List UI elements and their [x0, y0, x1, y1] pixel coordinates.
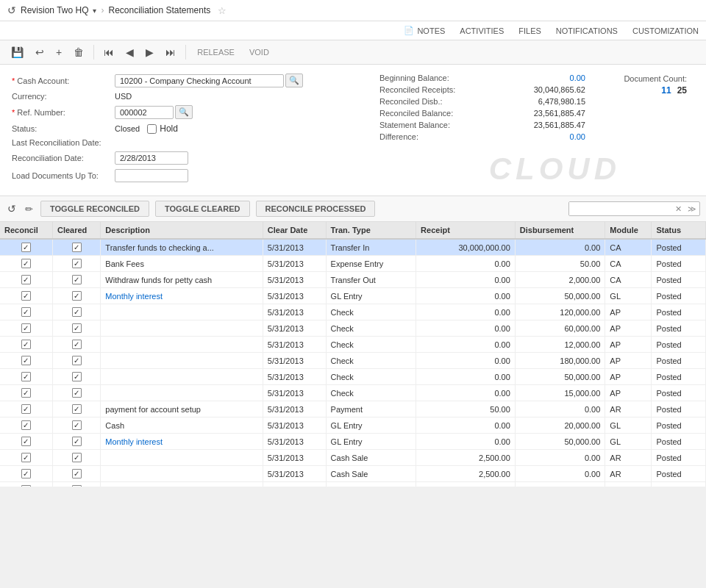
transactions-table: Reconcil Cleared Description Clear Date … — [0, 222, 706, 487]
cell-receipt: 0.00 — [416, 256, 516, 272]
checkbox-cell[interactable]: ✓ — [0, 320, 52, 337]
checkbox-cell[interactable]: ✓ — [0, 272, 52, 288]
load-docs-input[interactable] — [115, 169, 188, 182]
checkbox-cell[interactable]: ✓ — [0, 385, 52, 401]
checkbox-cell[interactable]: ✓ — [0, 466, 52, 482]
checkbox-cell[interactable]: ✓ — [0, 256, 52, 272]
ref-number-input[interactable] — [115, 106, 174, 119]
checkbox-cell[interactable]: ✓ — [52, 256, 100, 272]
table-row[interactable]: ✓✓5/31/2013Check0.0012,000.00APPosted — [0, 337, 706, 353]
col-header-cleardate[interactable]: Clear Date — [263, 222, 326, 239]
last-record-button[interactable]: ⏭ — [160, 43, 181, 61]
dropdown-arrow-icon[interactable]: ▾ — [93, 7, 96, 15]
cell-disbursement: 60,000.00 — [515, 320, 605, 337]
checkbox-cell[interactable]: ✓ — [52, 450, 100, 466]
first-record-button[interactable]: ⏮ — [99, 43, 119, 61]
cell-module: AP — [605, 337, 652, 353]
add-button[interactable]: + — [51, 43, 67, 61]
table-row[interactable]: ✓✓Monthly interest5/31/2013GL Entry0.005… — [0, 288, 706, 304]
tab-files[interactable]: FILES — [518, 24, 541, 37]
checkbox-cell[interactable]: ✓ — [0, 482, 52, 487]
cash-account-input[interactable] — [115, 74, 284, 87]
cell-cleardate: 5/31/2013 — [263, 385, 326, 401]
checkbox-cell[interactable]: ✓ — [52, 482, 100, 487]
table-search-input[interactable] — [569, 202, 672, 215]
hold-checkbox[interactable] — [147, 124, 157, 134]
col-header-cleared[interactable]: Cleared — [52, 222, 100, 239]
toolbar: 💾 ↩ + 🗑 ⏮ ◀ ▶ ⏭ RELEASE VOID — [0, 40, 706, 65]
reconcil-date-input[interactable] — [115, 151, 188, 165]
table-row[interactable]: ✓✓Withdraw funds for petty cash5/31/2013… — [0, 272, 706, 288]
save-button[interactable]: 💾 — [6, 43, 29, 61]
checkbox-cell[interactable]: ✓ — [0, 434, 52, 450]
delete-button[interactable]: 🗑 — [68, 43, 89, 61]
checkbox-cell[interactable]: ✓ — [52, 434, 100, 450]
col-header-reconciled[interactable]: Reconcil — [0, 222, 52, 239]
tab-notifications[interactable]: NOTIFICATIONS — [556, 24, 618, 37]
checkbox-cell[interactable]: ✓ — [0, 239, 52, 256]
checkbox-cell[interactable]: ✓ — [52, 337, 100, 353]
cell-status: Posted — [652, 337, 706, 353]
table-row[interactable]: ✓✓5/31/2013Check0.0060,000.00APPosted — [0, 320, 706, 337]
tab-customization[interactable]: CUSTOMIZATION — [632, 24, 699, 37]
table-row[interactable]: ✓✓Cash5/31/2013GL Entry0.0020,000.00GLPo… — [0, 417, 706, 434]
checkbox-cell[interactable]: ✓ — [52, 239, 100, 256]
ref-number-search-button[interactable]: 🔍 — [175, 105, 193, 119]
checkbox-cell[interactable]: ✓ — [0, 288, 52, 304]
cell-cleardate: 5/31/2013 — [263, 256, 326, 272]
tab-notes[interactable]: 📄 NOTES — [404, 24, 445, 37]
col-header-description[interactable]: Description — [101, 222, 263, 239]
undo-button[interactable]: ↩ — [30, 43, 49, 61]
checkbox-cell[interactable]: ✓ — [0, 304, 52, 320]
checkbox-cell[interactable]: ✓ — [0, 369, 52, 385]
table-row[interactable]: ✓✓Transfer funds to checking a...5/31/20… — [0, 239, 706, 256]
checkbox-cell[interactable]: ✓ — [52, 353, 100, 369]
search-go-icon[interactable]: ≫ — [685, 203, 699, 215]
col-header-receipt[interactable]: Receipt — [416, 222, 516, 239]
toggle-reconciled-button[interactable]: TOGGLE RECONCILED — [40, 201, 149, 217]
reconcile-processed-button[interactable]: RECONCILE PROCESSED — [256, 201, 376, 217]
col-header-status[interactable]: Status — [652, 222, 706, 239]
checkbox-cell[interactable]: ✓ — [52, 288, 100, 304]
checkbox-cell[interactable]: ✓ — [52, 304, 100, 320]
checkbox-cell[interactable]: ✓ — [0, 353, 52, 369]
table-row[interactable]: ✓✓5/31/2013Cash Sale2,500.000.00ARPosted — [0, 450, 706, 466]
toggle-cleared-button[interactable]: TOGGLE CLEARED — [155, 201, 249, 217]
release-button[interactable]: RELEASE — [190, 45, 241, 60]
table-row[interactable]: ✓✓5/31/2013Check0.00120,000.00APPosted — [0, 304, 706, 320]
table-row[interactable]: ✓✓5/31/2013Check0.0015,000.00APPosted — [0, 385, 706, 401]
table-row[interactable]: ✓✓5/31/2013Check0.00180,000.00APPosted — [0, 353, 706, 369]
search-clear-icon[interactable]: ✕ — [672, 203, 685, 215]
col-header-trantype[interactable]: Tran. Type — [326, 222, 416, 239]
checkbox-cell[interactable]: ✓ — [52, 320, 100, 337]
table-row[interactable]: ✓✓payment for account setup5/31/2013Paym… — [0, 401, 706, 417]
col-header-disbursement[interactable]: Disbursement — [515, 222, 605, 239]
void-button[interactable]: VOID — [243, 45, 276, 60]
checkbox-cell[interactable]: ✓ — [0, 337, 52, 353]
checkbox-cell[interactable]: ✓ — [52, 417, 100, 434]
table-row[interactable]: ✓✓5/31/2013Check0.0050,000.00APPosted — [0, 369, 706, 385]
tab-activities[interactable]: ACTIVITIES — [460, 24, 504, 37]
favorite-star-icon[interactable]: ☆ — [218, 5, 227, 16]
prev-record-button[interactable]: ◀ — [121, 43, 139, 61]
checkbox-cell[interactable]: ✓ — [52, 369, 100, 385]
next-record-button[interactable]: ▶ — [140, 43, 159, 61]
checkbox-cell[interactable]: ✓ — [52, 272, 100, 288]
checkbox-cell[interactable]: ✓ — [0, 401, 52, 417]
table-row[interactable]: ✓✓Consumer Good Toy Order5/31/2013Paymen… — [0, 482, 706, 487]
action-edit-icon[interactable]: ✏ — [24, 202, 35, 216]
action-refresh-icon[interactable]: ↺ — [6, 201, 18, 216]
cell-module: AR — [605, 450, 652, 466]
checkbox-cell[interactable]: ✓ — [52, 401, 100, 417]
checkbox-cell[interactable]: ✓ — [0, 450, 52, 466]
refresh-icon[interactable]: ↺ — [7, 4, 16, 16]
checkbox-cell[interactable]: ✓ — [0, 417, 52, 434]
checkbox-cell[interactable]: ✓ — [52, 385, 100, 401]
cash-account-search-button[interactable]: 🔍 — [285, 74, 303, 87]
table-row[interactable]: ✓✓Bank Fees5/31/2013Expense Entry0.0050.… — [0, 256, 706, 272]
table-row[interactable]: ✓✓Monthly interest5/31/2013GL Entry0.005… — [0, 434, 706, 450]
col-header-module[interactable]: Module — [605, 222, 652, 239]
cell-disbursement: 180,000.00 — [515, 353, 605, 369]
checkbox-cell[interactable]: ✓ — [52, 466, 100, 482]
table-row[interactable]: ✓✓5/31/2013Cash Sale2,500.000.00ARPosted — [0, 466, 706, 482]
